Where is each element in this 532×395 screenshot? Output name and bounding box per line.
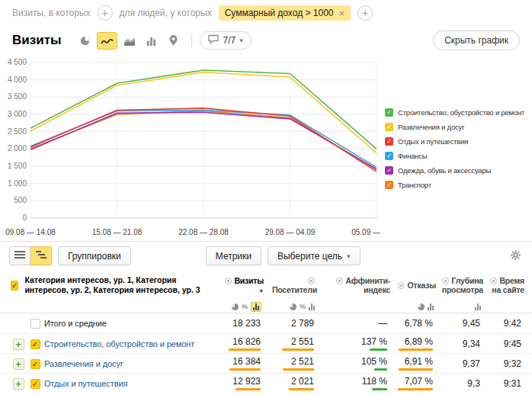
value-bar [398, 368, 433, 371]
svg-text:3 000: 3 000 [8, 110, 27, 118]
metric-value: 137 % [361, 337, 387, 347]
value-bar [352, 348, 387, 351]
row-checkbox[interactable]: ✓ [30, 359, 40, 369]
chart-legend: ✓Строительство, обустройство и ремонт✓Ра… [385, 105, 524, 192]
segment-condition-chip[interactable]: Суммарный доход > 1000 × [219, 5, 351, 21]
legend-label: Отдых и путешествия [398, 137, 468, 146]
yandex-metrica-report: Визиты, в которых + для людей, у которых… [0, 0, 532, 395]
row-label[interactable]: Строительство, обустройство и ремонт [44, 339, 194, 348]
column-header-4[interactable]: Отказы [390, 281, 436, 290]
percent-icon[interactable]: % [300, 303, 306, 310]
bars-icon[interactable] [251, 302, 261, 312]
row-checkbox[interactable]: ✓ [30, 379, 40, 389]
chart-area: 05001 0001 5002 0002 5003 0003 5004 0004… [0, 53, 532, 241]
pie-icon[interactable] [418, 303, 425, 310]
chip-remove-icon[interactable]: × [339, 8, 345, 18]
legend-swatch: ✓ [385, 181, 393, 189]
metrics-button[interactable]: Метрики [206, 246, 261, 265]
metric-value: 9:42 [504, 319, 521, 329]
expand-row-button[interactable]: + [13, 358, 24, 370]
row-label[interactable]: Отдых и путешествия [44, 379, 127, 388]
svg-text:4 500: 4 500 [8, 58, 27, 66]
table-header-row: ✓ Категория интересов, ур. 1, Категория … [0, 270, 532, 300]
report-table-section: Группировки Метрики Выберите цель ▾ [0, 241, 532, 393]
metric-value: 18 233 [232, 319, 261, 329]
expand-row-button[interactable]: + [13, 378, 24, 390]
bar-chart-icon[interactable] [141, 32, 162, 50]
metric-value: 9,34 [463, 339, 480, 349]
metric-value: 9:32 [504, 359, 521, 369]
map-icon[interactable] [163, 32, 184, 50]
table-body: Итого и средние18 2332 789—6,78 %9,459:4… [0, 313, 532, 393]
bars-icon[interactable] [309, 303, 315, 310]
column-header-5[interactable]: Глубина просмотра [436, 276, 483, 294]
legend-label: Транспорт [398, 181, 431, 189]
select-all-checkbox[interactable]: ✓ [11, 281, 18, 291]
column-header-2[interactable]: Посетители [264, 276, 317, 294]
add-people-condition-button[interactable]: + [357, 5, 373, 21]
metrics-controls: Метрики Выберите цель ▾ [200, 246, 361, 265]
value-bar [279, 348, 314, 351]
legend-item[interactable]: ✓Отдых и путешествия [385, 134, 524, 149]
legend-swatch: ✓ [385, 108, 393, 117]
pie-icon[interactable] [232, 303, 239, 310]
table-row: +✓Строительство, обустройство и ремонт16… [0, 333, 532, 353]
table-row: Итого и средние18 2332 789—6,78 %9,459:4… [0, 313, 532, 333]
flat-list-view-button[interactable] [9, 246, 30, 265]
svg-text:15.08 — 21.08: 15.08 — 21.08 [92, 228, 143, 236]
pie-chart-icon[interactable] [75, 32, 95, 50]
settings-gear-button[interactable] [508, 248, 523, 265]
metric-value: 2 551 [291, 337, 314, 347]
bars-icon[interactable] [428, 303, 434, 310]
tree-view-button[interactable] [30, 246, 52, 265]
value-bar [226, 368, 261, 371]
svg-text:05.09 — 08.09: 05.09 — 08.09 [351, 228, 381, 236]
area-chart-icon[interactable] [119, 32, 139, 50]
row-checkbox[interactable]: ✓ [30, 339, 40, 349]
hide-chart-button[interactable]: Скрыть график [433, 31, 520, 50]
metric-display-options [390, 303, 436, 310]
svg-text:2 000: 2 000 [8, 144, 27, 153]
view-toggle-group [9, 246, 52, 265]
svg-text:29.08 — 04.09: 29.08 — 04.09 [265, 228, 316, 236]
add-visits-condition-button[interactable]: + [98, 5, 113, 21]
legend-item[interactable]: ✓Транспорт [385, 178, 524, 192]
line-chart-icon[interactable] [97, 32, 117, 50]
metric-value: 9,3 [467, 379, 480, 389]
pie-icon[interactable] [290, 303, 296, 310]
comments-dropdown[interactable]: 7/7 ▾ [200, 31, 251, 50]
metric-info-icon [490, 278, 497, 284]
value-bar [279, 368, 314, 371]
svg-text:1 500: 1 500 [8, 162, 27, 170]
svg-text:1 000: 1 000 [8, 179, 27, 188]
goal-select-label: Выберите цель [277, 251, 342, 262]
legend-label: Строительство, обустройство и ремонт [398, 108, 524, 117]
metric-info-icon [308, 278, 315, 284]
tree-icon [36, 250, 46, 262]
column-header-1[interactable]: Визиты ▼ [216, 276, 264, 294]
row-label[interactable]: Развлечения и досуг [44, 359, 123, 368]
column-header-6[interactable]: Время на сайте [483, 276, 524, 294]
metric-display-options: % [216, 302, 264, 312]
goal-select-button[interactable]: Выберите цель ▾ [268, 246, 361, 265]
metric-value: 12 923 [232, 377, 261, 387]
value-bar [398, 348, 433, 351]
metric-value: 105 % [361, 357, 387, 367]
chevron-down-icon: ▾ [239, 37, 243, 44]
bars-icon[interactable] [475, 303, 481, 310]
metric-display-options: % [264, 303, 317, 310]
legend-item[interactable]: ✓Одежда, обувь и аксессуары [385, 163, 524, 178]
legend-item[interactable]: ✓Развлечения и досуг [385, 120, 524, 134]
legend-item[interactable]: ✓Финансы [385, 149, 524, 163]
percent-icon[interactable]: % [242, 303, 248, 310]
legend-item[interactable]: ✓Строительство, обустройство и ремонт [385, 105, 524, 120]
groupings-button[interactable]: Группировки [58, 246, 131, 265]
row-checkbox[interactable] [30, 319, 40, 329]
divider [191, 34, 192, 47]
svg-text:0: 0 [22, 214, 27, 222]
metric-value: 9,37 [463, 359, 480, 369]
value-bar [398, 388, 433, 390]
expand-row-button[interactable]: + [13, 339, 24, 350]
comments-count: 7/7 [223, 35, 236, 46]
column-header-3[interactable]: Аффинити-индекс [317, 276, 390, 294]
